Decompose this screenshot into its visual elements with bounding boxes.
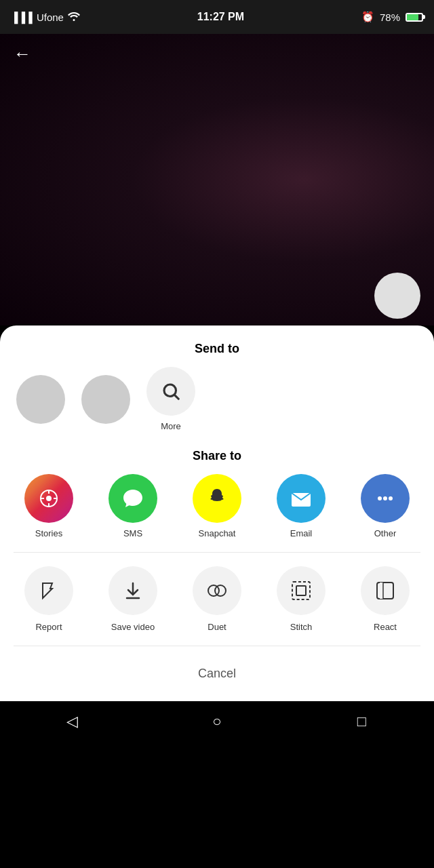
status-bar: ▐▐▐ Ufone 11:27 PM ⏰ 78% xyxy=(0,0,434,34)
alarm-icon: ⏰ xyxy=(361,11,374,23)
contact-avatar-1 xyxy=(16,375,65,424)
nav-back-button[interactable]: ◁ xyxy=(56,705,90,738)
action-item-report[interactable]: Report xyxy=(22,566,76,632)
search-circle xyxy=(146,367,195,416)
stories-label: Stories xyxy=(35,528,62,538)
back-button[interactable]: ← xyxy=(14,43,31,64)
svg-point-10 xyxy=(378,496,382,500)
share-to-title: Share to xyxy=(0,442,434,474)
nav-home-button[interactable]: ○ xyxy=(200,705,234,738)
other-icon xyxy=(361,474,410,523)
contact-item-2[interactable] xyxy=(79,375,133,424)
user-avatar-circle xyxy=(374,273,420,319)
battery-icon xyxy=(406,13,423,22)
svg-point-16 xyxy=(215,585,226,596)
react-icon xyxy=(361,566,410,615)
share-item-snapchat[interactable]: Snapchat xyxy=(190,474,244,538)
carrier-name: Ufone xyxy=(37,12,64,23)
battery-percent: 78% xyxy=(380,12,400,23)
contact-item-1[interactable] xyxy=(14,375,68,424)
svg-text:+: + xyxy=(46,494,51,503)
send-to-title: Send to xyxy=(0,326,434,367)
email-label: Email xyxy=(290,528,313,538)
report-label: Report xyxy=(35,622,62,632)
action-item-stitch[interactable]: Stitch xyxy=(274,566,328,632)
duet-label: Duet xyxy=(208,622,226,632)
stitch-icon xyxy=(277,566,326,615)
sms-icon xyxy=(108,474,157,523)
react-label: React xyxy=(374,622,397,632)
svg-point-12 xyxy=(389,496,393,500)
status-right: ⏰ 78% xyxy=(361,11,423,23)
share-item-email[interactable]: Email xyxy=(274,474,328,538)
svg-rect-19 xyxy=(377,583,393,599)
share-item-other[interactable]: Other xyxy=(358,474,412,538)
share-item-stories[interactable]: + Stories xyxy=(22,474,76,538)
bottom-sheet: Send to More Share to xyxy=(0,326,434,701)
other-label: Other xyxy=(374,528,397,538)
send-to-row: More xyxy=(0,367,434,442)
svg-point-11 xyxy=(383,496,387,500)
snapchat-icon xyxy=(193,474,241,523)
nav-recent-button[interactable]: □ xyxy=(344,705,378,738)
video-background: ← xyxy=(0,34,434,326)
save-video-label: Save video xyxy=(111,622,155,632)
share-to-row: + Stories SMS Snapchat xyxy=(0,474,434,545)
svg-rect-17 xyxy=(292,582,310,599)
report-icon xyxy=(24,566,73,615)
stitch-label: Stitch xyxy=(290,622,313,632)
svg-rect-18 xyxy=(296,586,306,595)
signal-icon: ▐▐▐ xyxy=(11,12,33,23)
divider-1 xyxy=(14,552,420,553)
save-video-icon xyxy=(108,566,157,615)
snapchat-label: Snapchat xyxy=(199,528,236,538)
duet-icon xyxy=(193,566,241,615)
stories-icon: + xyxy=(24,474,73,523)
nav-bar: ◁ ○ □ xyxy=(0,701,434,742)
sms-label: SMS xyxy=(123,528,142,538)
status-left: ▐▐▐ Ufone xyxy=(11,12,80,23)
email-icon xyxy=(277,474,326,523)
action-item-duet[interactable]: Duet xyxy=(190,566,244,632)
more-search-item[interactable]: More xyxy=(144,367,198,431)
cancel-button[interactable]: Cancel xyxy=(0,653,434,688)
action-item-react[interactable]: React xyxy=(358,566,412,632)
actions-row: Report Save video Duet xyxy=(0,559,434,639)
search-icon xyxy=(161,381,181,401)
share-item-sms[interactable]: SMS xyxy=(106,474,160,538)
status-time: 11:27 PM xyxy=(197,11,244,23)
more-label: More xyxy=(161,421,181,431)
contact-avatar-2 xyxy=(81,375,130,424)
action-item-save-video[interactable]: Save video xyxy=(106,566,160,632)
divider-2 xyxy=(14,646,420,646)
svg-line-1 xyxy=(175,395,179,399)
wifi-icon xyxy=(68,12,80,23)
